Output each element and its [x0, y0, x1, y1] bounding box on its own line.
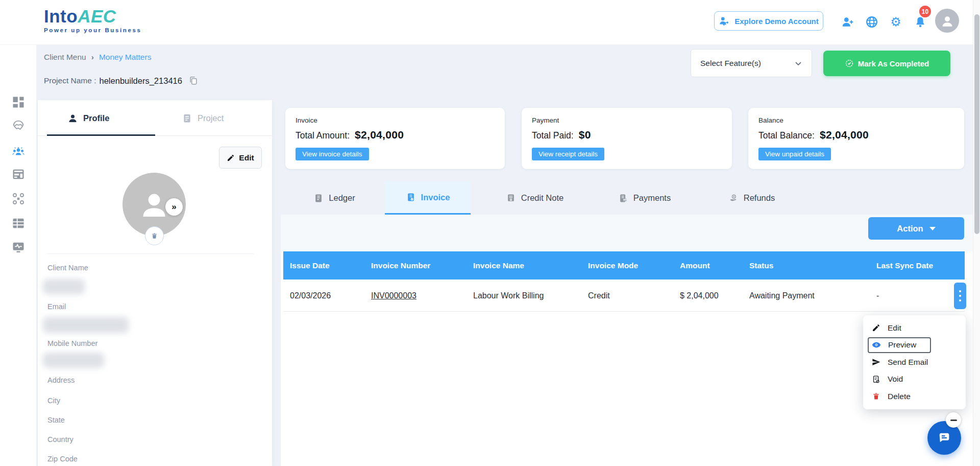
user-avatar[interactable] — [935, 9, 959, 33]
row-actions-kebab-button[interactable] — [954, 283, 966, 309]
add-user-icon[interactable] — [841, 15, 854, 29]
breadcrumb-separator: › — [91, 53, 94, 62]
tab-payments[interactable]: Payments — [605, 181, 684, 215]
field-label-city: City — [47, 397, 60, 405]
sidebar-item-reports-table-icon[interactable] — [11, 216, 26, 230]
void-document-icon — [872, 375, 880, 384]
edit-client-button[interactable]: Edit — [219, 147, 262, 169]
menu-item-void-label: Void — [888, 375, 903, 384]
card-amount-value: $2,04,000 — [820, 129, 869, 141]
menu-item-send-email[interactable]: Send Email — [863, 354, 966, 371]
column-status: Status — [749, 251, 773, 279]
field-label-email: Email — [47, 302, 66, 311]
page-scrollbar[interactable] — [973, 0, 980, 466]
trash-icon — [872, 392, 880, 401]
trash-icon — [151, 232, 158, 240]
column-invoice-mode: Invoice Mode — [588, 251, 638, 279]
field-label-zip-code: Zip Code — [47, 455, 78, 463]
column-issue-date: Issue Date — [290, 251, 330, 279]
sidebar-item-partners-handshake-icon[interactable] — [11, 119, 26, 133]
sidebar-item-projects-window-icon[interactable] — [11, 167, 26, 181]
view-receipt-details-button[interactable]: View receipt details — [532, 148, 604, 160]
cell-last-sync-date: - — [876, 279, 879, 312]
tab-ledger-label: Ledger — [329, 193, 355, 203]
logo-text-into: Into — [44, 6, 78, 27]
card-amount-label: Total Paid: — [532, 130, 574, 141]
field-label-country: Country — [47, 435, 74, 444]
sidebar-item-dashboard-icon[interactable] — [11, 95, 26, 109]
tab-profile[interactable]: Profile — [67, 100, 109, 136]
panel-divider — [47, 253, 254, 254]
action-dropdown-button[interactable]: Action — [868, 217, 964, 240]
demo-user-switch-icon — [719, 15, 730, 27]
avatar-expand-button[interactable]: » — [165, 198, 183, 216]
invoice-summary-card: Invoice Total Amount: $2,04,000 View inv… — [285, 108, 505, 169]
profile-person-icon — [67, 113, 78, 124]
breadcrumb: Client Menu › Money Matters — [44, 53, 151, 62]
column-last-sync-date: Last Sync Date — [876, 251, 933, 279]
app-logo: Into AEC Power up your Business — [44, 6, 141, 33]
table-row: 02/03/2026 INV0000003 Labour Work Billin… — [283, 279, 965, 312]
cell-status: Awaiting Payment — [749, 279, 815, 312]
menu-item-send-email-label: Send Email — [888, 358, 928, 367]
menu-item-preview[interactable]: Preview — [863, 337, 966, 354]
app-header: Into AEC Power up your Business Explore … — [0, 0, 980, 45]
tab-refunds[interactable]: Refunds — [715, 181, 789, 215]
tab-project[interactable]: Project — [182, 100, 224, 136]
action-dropdown-label: Action — [897, 224, 923, 234]
redacted-email-value — [43, 317, 129, 333]
settings-gear-icon[interactable]: ⚙ — [889, 15, 902, 29]
card-amount-value: $2,04,000 — [355, 129, 404, 141]
column-invoice-name: Invoice Name — [473, 251, 524, 279]
scrollbar-thumb[interactable] — [974, 14, 979, 234]
active-tab-underline — [47, 134, 155, 136]
tab-refunds-label: Refunds — [744, 193, 775, 203]
column-amount: Amount — [680, 251, 710, 279]
tab-invoice[interactable]: Invoice — [385, 181, 471, 215]
chat-minimize-button[interactable] — [946, 412, 961, 428]
menu-item-edit[interactable]: Edit — [863, 319, 966, 337]
card-amount-label: Total Amount: — [296, 130, 350, 141]
refunds-icon — [728, 193, 739, 203]
cell-invoice-name: Labour Work Billing — [473, 279, 544, 312]
invoice-table-header: Issue Date Invoice Number Invoice Name I… — [283, 251, 965, 279]
logo-text-aec: AEC — [78, 6, 116, 27]
card-title: Invoice — [296, 116, 495, 124]
menu-item-delete-label: Delete — [888, 392, 911, 401]
breadcrumb-current: Money Matters — [99, 53, 152, 62]
payments-icon — [618, 193, 628, 203]
select-features-dropdown[interactable]: Select Feature(s) — [691, 49, 812, 77]
breadcrumb-parent[interactable]: Client Menu — [44, 53, 86, 62]
copy-icon[interactable] — [188, 76, 199, 86]
tab-project-label: Project — [198, 113, 224, 123]
sidebar-item-integrations-icon[interactable] — [11, 192, 26, 206]
column-invoice-number: Invoice Number — [371, 251, 430, 279]
chat-bubble-icon — [937, 431, 951, 445]
view-invoice-details-button[interactable]: View invoice details — [296, 148, 369, 160]
sidebar-item-activity-monitor-icon[interactable] — [11, 240, 26, 254]
profile-project-tabbar: Profile Project — [38, 100, 272, 136]
project-document-icon — [182, 113, 192, 124]
redacted-client-name-value — [43, 279, 85, 294]
avatar-delete-button[interactable] — [145, 226, 164, 245]
ledger-icon — [313, 193, 324, 203]
minus-icon — [950, 420, 957, 421]
row-actions-context-menu: Edit Preview Send Email Void Delete — [863, 315, 966, 409]
menu-item-void[interactable]: Void — [863, 371, 966, 388]
tab-ledger[interactable]: Ledger — [296, 181, 373, 215]
avatar-person-icon — [940, 13, 955, 29]
cell-issue-date: 02/03/2026 — [290, 279, 331, 312]
keyboard-focus-outline — [868, 337, 931, 353]
tab-profile-label: Profile — [83, 113, 109, 123]
view-unpaid-details-button[interactable]: View unpaid details — [758, 148, 831, 160]
explore-demo-account-button[interactable]: Explore Demo Account — [714, 11, 823, 31]
menu-item-delete[interactable]: Delete — [863, 388, 966, 405]
tab-invoice-label: Invoice — [421, 193, 450, 202]
field-label-client-name: Client Name — [47, 264, 88, 272]
globe-icon[interactable] — [865, 15, 878, 29]
tab-credit-note[interactable]: Credit Note — [493, 181, 577, 215]
mark-as-completed-button[interactable]: Mark As Completed — [823, 51, 950, 76]
sidebar-item-clients-icon[interactable] — [11, 144, 26, 158]
edit-client-label: Edit — [239, 153, 254, 162]
cell-invoice-number-link[interactable]: INV0000003 — [371, 279, 416, 312]
